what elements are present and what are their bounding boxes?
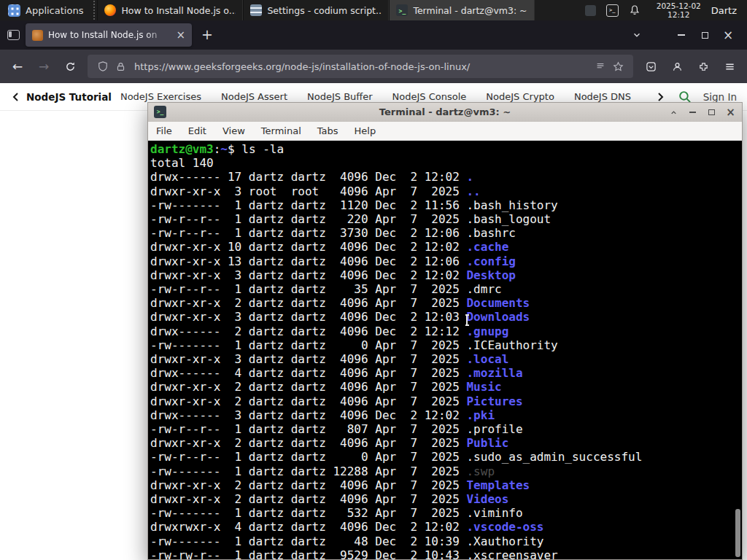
terminal-titlebar[interactable]: >_ Terminal - dartz@vm3: ~ ×: [148, 103, 742, 122]
terminal-menu-terminal[interactable]: Terminal: [261, 125, 301, 136]
pocket-icon[interactable]: [638, 55, 663, 78]
terminal-text: ~: [220, 142, 228, 156]
panel-user-label: Dartz: [708, 0, 747, 20]
site-nav-link[interactable]: NodeJS Crypto: [486, 91, 554, 102]
terminal-text: Desktop: [466, 268, 515, 282]
back-button[interactable]: ←: [5, 55, 30, 78]
terminal-text: ..: [466, 184, 480, 198]
terminal-menu-help[interactable]: Help: [355, 125, 376, 136]
reader-mode-icon[interactable]: [592, 61, 609, 71]
site-nav-link[interactable]: NodeJS Console: [392, 91, 467, 102]
terminal-line: drwxr-xr-x 3 dartz dartz 4096 Dec 2 12:0…: [150, 268, 742, 282]
terminal-text: -rw------- 1 dartz dartz 532 Apr 7 2025: [150, 506, 466, 520]
terminal-text: .pki: [466, 408, 495, 422]
terminal-text: drwxr-xr-x 3 dartz dartz 4096 Dec 2 12:0…: [150, 268, 466, 282]
terminal-text: drwxr-xr-x 3 dartz dartz 4096 Dec 2 12:0…: [150, 310, 466, 324]
terminal-line: -rw------- 1 dartz dartz 48 Dec 2 10:39 …: [150, 534, 742, 548]
forward-button[interactable]: →: [31, 55, 56, 78]
site-nav-link[interactable]: NodeJS Assert: [221, 91, 287, 102]
terminal-text: drwxr-xr-x 10 dartz dartz 4096 Dec 2 12:…: [150, 240, 466, 254]
taskbar-window-button[interactable]: Settings - codium script...: [243, 0, 389, 20]
browser-tab[interactable]: How to Install Node.js on ×: [26, 23, 192, 47]
taskbar-window-button[interactable]: Terminal - dartz@vm3: ~: [389, 0, 535, 20]
terminal-text: -rw------- 1 dartz dartz 0 Apr 7 2025: [150, 338, 466, 352]
tray-terminal-icon[interactable]: >_: [606, 4, 619, 17]
site-nav-link[interactable]: NodeJS DNS: [574, 91, 631, 102]
lock-icon[interactable]: [112, 62, 129, 71]
chevron-right-icon[interactable]: [654, 91, 666, 103]
terminal-line: -rw-rw-r-- 1 dartz dartz 9529 Dec 2 10:4…: [150, 548, 742, 559]
clock-date: 2025-12-02: [657, 1, 701, 11]
terminal-text: drwx------ 17 dartz dartz 4096 Dec 2 12:…: [150, 170, 466, 184]
taskbar-window-label: Terminal - dartz@vm3: ~: [413, 5, 527, 16]
terminal-close-button[interactable]: ×: [724, 106, 737, 119]
terminal-text: -rw-rw-r-- 1 dartz dartz 9529 Dec 2 10:4…: [150, 548, 466, 559]
terminal-text: drwx------ 2 dartz dartz 4096 Dec 2 12:1…: [150, 324, 466, 338]
new-tab-button[interactable]: +: [197, 25, 217, 45]
terminal-menu-file[interactable]: File: [156, 125, 172, 136]
terminal-menu-view[interactable]: View: [222, 125, 245, 136]
terminal-line: drwxr-xr-x 2 dartz dartz 4096 Apr 7 2025…: [150, 296, 742, 310]
terminal-text: :: [214, 142, 221, 156]
applications-label: Applications: [26, 5, 83, 16]
site-nav-link[interactable]: NodeJS Exercises: [120, 91, 201, 102]
taskbar-window-label: How to Install Node.js o...: [121, 5, 236, 16]
site-nav-link[interactable]: NodeJS Buffer: [307, 91, 373, 102]
terminal-icon: [396, 4, 408, 16]
terminal-line: -rw-r--r-- 1 dartz dartz 3730 Dec 2 12:0…: [150, 226, 742, 240]
terminal-minimize-button[interactable]: [686, 106, 699, 119]
tab-list-chevron-icon[interactable]: [632, 30, 642, 40]
panel-clock[interactable]: 2025-12-02 12:12: [649, 0, 708, 20]
window-maximize-button[interactable]: [693, 25, 716, 45]
tray-app-icon[interactable]: [585, 5, 596, 16]
terminal-line: drwxr-xr-x 2 dartz dartz 4096 Apr 7 2025…: [150, 380, 742, 394]
desktop: Applications How to Install Node.js o...…: [0, 0, 747, 560]
terminal-text: .bash_history: [466, 198, 557, 212]
terminal-menubar: FileEditViewTerminalTabsHelp: [148, 122, 742, 141]
notification-bell-icon[interactable]: [629, 4, 640, 16]
terminal-text: Documents: [466, 296, 530, 310]
terminal-text: .dmrc: [466, 282, 501, 296]
chevron-left-icon[interactable]: [10, 91, 22, 103]
terminal-menu-edit[interactable]: Edit: [188, 125, 206, 136]
terminal-text: -rw------- 1 dartz dartz 48 Dec 2 10:39: [150, 534, 466, 548]
terminal-text: drwxr-xr-x 3 dartz dartz 4096 Apr 7 2025: [150, 352, 466, 366]
terminal-line: drwx------ 3 dartz dartz 4096 Dec 2 12:0…: [150, 408, 742, 422]
applications-menu-button[interactable]: Applications: [0, 0, 91, 20]
sign-in-button[interactable]: Sign In: [703, 91, 737, 103]
taskbar-window-label: Settings - codium script...: [267, 5, 382, 16]
url-bar[interactable]: https://www.geeksforgeeks.org/node-js/in…: [88, 55, 633, 78]
site-nav-active-item[interactable]: NodeJS Tutorial: [26, 91, 112, 103]
terminal-menu-tabs[interactable]: Tabs: [317, 125, 338, 136]
extensions-icon[interactable]: [691, 55, 716, 78]
terminal-text: drwxrwxr-x 4 dartz dartz 4096 Dec 2 12:0…: [150, 520, 466, 534]
taskbar-window-button[interactable]: How to Install Node.js o...: [97, 0, 243, 20]
reload-button[interactable]: [58, 55, 82, 78]
window-minimize-button[interactable]: [670, 25, 693, 45]
terminal-text: .viminfo: [466, 506, 522, 520]
account-icon[interactable]: [665, 55, 689, 78]
shield-icon[interactable]: [94, 61, 112, 71]
terminal-window-controls: ×: [667, 103, 737, 122]
firefox-view-icon[interactable]: [7, 30, 20, 40]
terminal-text: .gnupg: [466, 324, 508, 338]
bookmark-star-icon[interactable]: [609, 61, 627, 72]
terminal-line: drwxr-xr-x 3 dartz dartz 4096 Dec 2 12:0…: [150, 310, 742, 324]
window-controls: ×: [670, 25, 740, 45]
terminal-scrollbar[interactable]: [734, 141, 741, 559]
tab-favicon: [32, 30, 43, 41]
terminal-line: -rw------- 1 dartz dartz 12288 Apr 7 202…: [150, 464, 742, 478]
window-close-button[interactable]: ×: [716, 25, 740, 45]
terminal-maximize-button[interactable]: [705, 106, 718, 119]
site-nav-links: NodeJS ExercisesNodeJS AssertNodeJS Buff…: [120, 91, 646, 102]
terminal-shade-icon[interactable]: [667, 106, 680, 119]
terminal-text: $: [228, 142, 241, 156]
terminal-line: -rw-r--r-- 1 dartz dartz 0 Apr 7 2025 .s…: [150, 450, 742, 464]
terminal-screen[interactable]: dartz@vm3:~$ ls -latotal 140drwx------ 1…: [148, 141, 742, 559]
terminal-line: -rw-r--r-- 1 dartz dartz 220 Apr 7 2025 …: [150, 212, 742, 226]
tab-title: How to Install Node.js on: [48, 30, 171, 40]
menu-hamburger-icon[interactable]: [717, 55, 742, 78]
terminal-text: drwxr-xr-x 2 dartz dartz 4096 Apr 7 2025: [150, 380, 466, 394]
tab-close-icon[interactable]: ×: [176, 30, 185, 41]
scrollbar-thumb[interactable]: [735, 509, 740, 557]
